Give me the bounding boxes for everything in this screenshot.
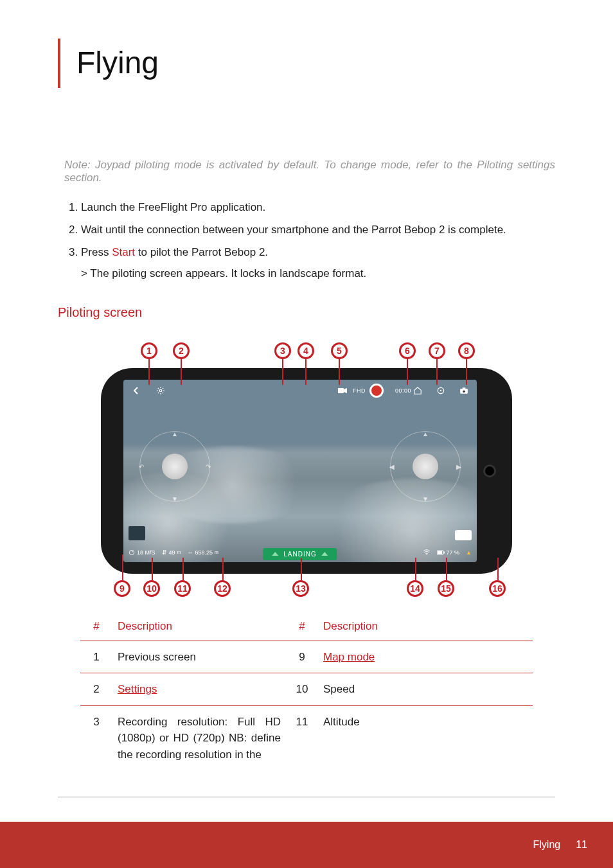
chevron-up-icon: ▲ <box>172 430 178 438</box>
callout-4: 4 <box>298 342 314 359</box>
rotate-left-icon: ↶ <box>139 463 144 470</box>
footer-section-name: Flying <box>533 839 561 851</box>
col-header-num: # <box>286 612 318 641</box>
map-thumbnail[interactable] <box>129 526 145 540</box>
callout-3: 3 <box>274 342 291 359</box>
step-3-prefix: Press <box>81 246 112 258</box>
callout-line <box>497 558 499 580</box>
callout-line <box>446 558 447 580</box>
table-row: 3 Recording resolution: Full HD (1080p) … <box>80 705 533 770</box>
altitude-unit: m <box>177 550 181 554</box>
cell-desc: Settings <box>112 673 286 706</box>
left-joystick[interactable]: ▲ ▼ ↶ ↷ <box>139 431 210 502</box>
rotate-right-icon: ↷ <box>206 463 211 470</box>
callout-12: 12 <box>214 580 231 597</box>
gps-indicator: ▲ <box>466 549 472 556</box>
section-heading: Piloting screen <box>58 305 555 320</box>
app-screen: FHD 00:00 <box>123 380 477 562</box>
speed-indicator: 18 M/S <box>129 549 155 556</box>
callout-8: 8 <box>458 342 475 359</box>
step-3: Press Start to pilot the Parrot Bebop 2.… <box>81 244 555 282</box>
home-icon[interactable] <box>411 384 424 397</box>
title-accent-bar <box>58 39 60 88</box>
vr-thumbnail[interactable] <box>455 530 472 540</box>
step-2: Wait until the connection between your s… <box>81 221 555 238</box>
cell-num: 10 <box>286 673 318 706</box>
speed-value: 18 M/S <box>137 549 155 556</box>
cell-num: 3 <box>80 705 112 770</box>
step-3-result: > The piloting screen appears. It locks … <box>81 265 555 282</box>
table-row: 2 Settings 10 Speed <box>80 673 533 706</box>
cell-desc: Previous screen <box>112 641 286 673</box>
svg-rect-1 <box>338 388 344 393</box>
right-joystick[interactable]: ▲ ▼ ◀ ▶ <box>390 431 461 502</box>
callout-line <box>466 359 467 385</box>
note-text: Note: Joypad piloting mode is activated … <box>64 159 555 184</box>
page-title: Flying <box>76 39 159 88</box>
piloting-screen-figure: 1 2 3 4 5 6 7 8 <box>94 342 519 599</box>
callout-line <box>222 558 224 580</box>
app-top-bar: FHD 00:00 <box>123 380 477 402</box>
svg-point-0 <box>159 389 162 392</box>
callout-line <box>282 359 283 385</box>
cell-num: 2 <box>80 673 112 706</box>
col-header-desc: Description <box>112 612 286 641</box>
callout-line <box>305 359 306 385</box>
callout-line <box>415 558 416 580</box>
col-header-desc: Description <box>318 612 533 641</box>
settings-link[interactable]: Settings <box>118 683 157 695</box>
gear-icon[interactable] <box>154 384 167 397</box>
callout-line <box>339 359 340 385</box>
chevron-down-icon: ▼ <box>172 495 178 502</box>
cell-num: 1 <box>80 641 112 673</box>
app-bottom-bar: 18 M/S ⇵ 49m ↔ 658.25m <box>123 543 477 562</box>
target-icon[interactable] <box>434 384 447 397</box>
timer-label: 00:00 <box>395 387 411 394</box>
phone-mockup: FHD 00:00 <box>101 368 512 574</box>
chevron-left-icon: ◀ <box>389 463 395 470</box>
callout-line <box>181 359 182 385</box>
page-footer: Flying 11 <box>0 822 613 868</box>
camera-icon[interactable] <box>458 384 470 397</box>
altitude-indicator: ⇵ 49m <box>162 549 181 556</box>
svg-rect-11 <box>438 551 442 554</box>
callout-11: 11 <box>174 580 191 597</box>
footer-page-number: 11 <box>576 839 587 851</box>
callout-9: 9 <box>114 580 130 597</box>
callout-line <box>182 558 184 580</box>
cell-desc: Altitude <box>318 705 533 770</box>
callout-5: 5 <box>331 342 348 359</box>
altitude-value: 49 <box>169 549 175 556</box>
callout-line <box>148 359 150 385</box>
distance-unit: m <box>215 550 218 554</box>
chevron-right-icon: ▶ <box>456 463 461 470</box>
cell-num: 11 <box>286 705 318 770</box>
phone-camera-dot <box>485 466 494 475</box>
distance-value: 658.25 <box>195 549 213 556</box>
callout-2: 2 <box>173 342 190 359</box>
cell-desc: Speed <box>318 673 533 706</box>
back-icon[interactable] <box>130 384 143 397</box>
col-header-num: # <box>80 612 112 641</box>
steps-list: Launch the FreeFlight Pro application. W… <box>64 199 555 283</box>
footer-divider <box>58 797 555 797</box>
distance-indicator: ↔ 658.25m <box>187 549 218 556</box>
svg-point-8 <box>426 554 427 555</box>
svg-point-6 <box>463 390 465 393</box>
chevron-down-icon: ▼ <box>422 495 429 502</box>
svg-rect-10 <box>443 551 445 553</box>
callout-13: 13 <box>292 580 309 597</box>
callout-7: 7 <box>429 342 445 359</box>
step-1: Launch the FreeFlight Pro application. <box>81 199 555 216</box>
resolution-label: FHD <box>353 387 366 394</box>
callout-1: 1 <box>141 342 157 359</box>
map-mode-link[interactable]: Map mode <box>323 651 375 663</box>
callout-line <box>152 558 153 580</box>
record-button[interactable] <box>369 384 384 398</box>
table-row: 1 Previous screen 9 Map mode <box>80 641 533 673</box>
callout-14: 14 <box>407 580 423 597</box>
start-keyword: Start <box>112 246 135 258</box>
callout-line <box>436 359 438 385</box>
step-3-suffix: to pilot the Parrot Bebop 2. <box>135 246 268 258</box>
page-title-block: Flying <box>58 39 555 88</box>
